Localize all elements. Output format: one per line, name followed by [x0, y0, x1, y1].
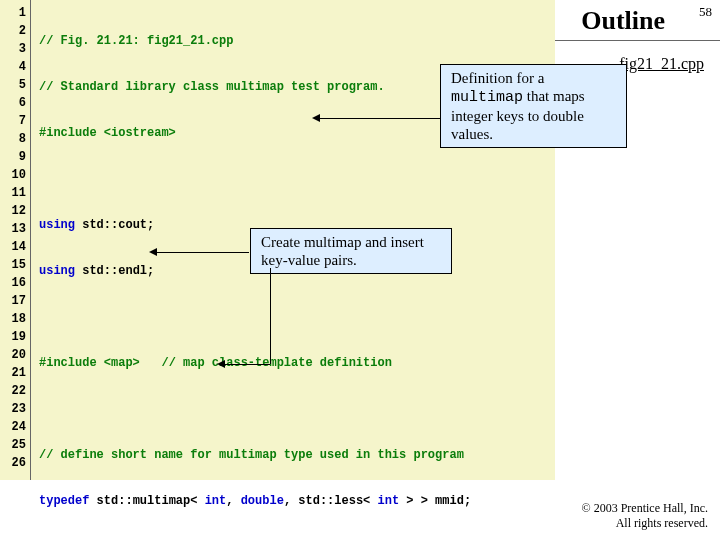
copyright: © 2003 Prentice Hall, Inc. All rights re… — [582, 501, 708, 530]
arrow-head-icon — [149, 248, 157, 256]
arrow-head-icon — [312, 114, 320, 122]
code-line: // Standard library class multimap test … — [39, 80, 385, 94]
arrow-line — [225, 364, 270, 365]
arrow-line — [440, 97, 441, 119]
callout-definition: Definition for a multimap that maps inte… — [440, 64, 627, 148]
arrow-head-icon — [217, 360, 225, 368]
code-line: // Fig. 21.21: fig21_21.cpp — [39, 34, 233, 48]
page-number: 58 — [699, 4, 712, 20]
code-line: #include — [39, 126, 104, 140]
file-label: fig21_21.cpp — [619, 55, 704, 73]
arrow-line — [270, 268, 271, 364]
line-gutter: 1234567891011121314151617181920212223242… — [0, 0, 31, 480]
outline-heading: Outline — [581, 6, 665, 36]
callout-create: Create multimap and insert key-value pai… — [250, 228, 452, 274]
arrow-line — [320, 118, 440, 119]
outline-rule — [555, 40, 720, 41]
arrow-line — [157, 252, 249, 253]
